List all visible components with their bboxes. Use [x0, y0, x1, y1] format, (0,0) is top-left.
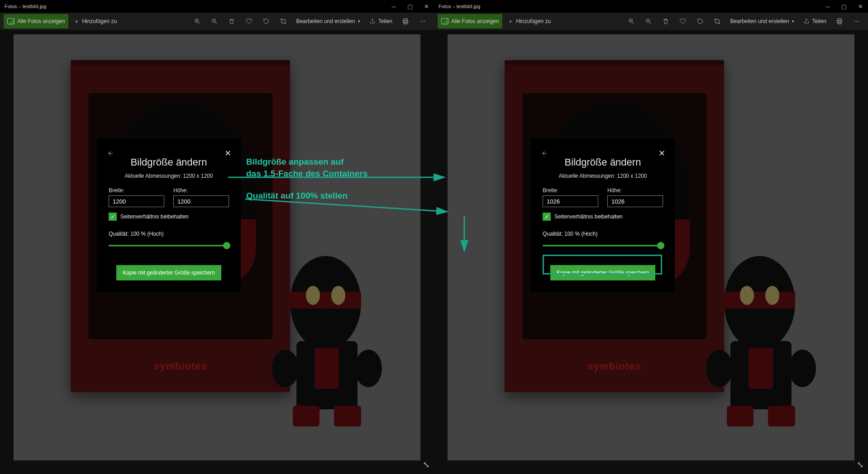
chevron-down-icon: ▾	[358, 19, 360, 24]
close-button[interactable]: ✕	[857, 3, 863, 10]
quality-label: Qualität: 100 % (Hoch)	[543, 231, 663, 237]
delete-button[interactable]	[658, 14, 673, 29]
toolbar-right: Alle Fotos anzeigen ＋ Hinzufügen zu Bear…	[434, 13, 868, 30]
share-label: Teilen	[378, 18, 392, 24]
share-label: Teilen	[812, 18, 826, 24]
resize-handle-icon[interactable]: ⤢	[855, 461, 865, 468]
delete-button[interactable]	[224, 14, 239, 29]
close-icon[interactable]: ✕	[221, 147, 234, 160]
photo-canvas-right: symbiotes ⤢ ✕ Bildgröße ändern Aktuelle …	[434, 30, 868, 474]
close-button[interactable]: ✕	[423, 3, 429, 10]
edit-create-label: Bearbeiten und erstellen	[730, 18, 789, 24]
height-label: Höhe:	[607, 187, 663, 194]
quality-label: Qualität: 100 % (Hoch)	[109, 231, 229, 237]
resize-dialog-right: ✕ Bildgröße ändern Aktuelle Abmessungen:…	[531, 138, 675, 292]
back-button[interactable]	[537, 147, 551, 160]
favorite-button[interactable]	[675, 14, 691, 29]
width-label: Breite:	[109, 187, 164, 194]
close-icon[interactable]: ✕	[655, 147, 668, 160]
all-photos-button[interactable]: Alle Fotos anzeigen	[4, 14, 68, 28]
dialog-title: Bildgröße ändern	[109, 156, 229, 168]
dialog-title: Bildgröße ändern	[543, 156, 663, 168]
add-to-label: Hinzufügen zu	[516, 18, 551, 24]
keep-aspect-checkbox[interactable]: ✓	[543, 213, 551, 221]
save-resized-copy-button[interactable]: Kopie mit geänderter Größe speichern	[550, 265, 655, 280]
photo-canvas-left: symbiotes ⤢ ✕ Bildgröße ändern Aktuelle …	[0, 30, 434, 474]
crop-button[interactable]	[710, 14, 725, 29]
minimize-button[interactable]: ─	[825, 3, 831, 10]
add-to-label: Hinzufügen zu	[82, 18, 117, 24]
ninja-figure-illustration	[700, 256, 822, 427]
height-input[interactable]	[173, 195, 229, 207]
share-button[interactable]: Teilen	[366, 14, 396, 28]
share-icon	[369, 18, 376, 24]
more-button[interactable]: ⋯	[849, 14, 864, 29]
svg-rect-7	[404, 19, 407, 20]
all-photos-label: Alle Fotos anzeigen	[451, 18, 499, 24]
keep-aspect-label: Seitenverhältnis beibehalten	[554, 213, 623, 220]
current-dimensions-label: Aktuelle Abmessungen: 1200 x 1200	[109, 173, 229, 179]
add-to-button[interactable]: ＋ Hinzufügen zu	[70, 14, 120, 28]
quality-slider[interactable]	[543, 241, 663, 251]
image-icon	[441, 18, 448, 24]
window-title: Fotos – testbild.jpg	[5, 4, 391, 9]
width-label: Breite:	[543, 187, 598, 194]
back-button[interactable]	[103, 147, 117, 160]
edit-create-button[interactable]: Bearbeiten und erstellen ▾	[727, 14, 798, 28]
share-icon	[803, 18, 810, 24]
print-button[interactable]	[832, 14, 847, 29]
width-input[interactable]	[543, 195, 598, 207]
titlebar-right: Fotos – testbild.jpg ─ ▢ ✕	[434, 0, 868, 13]
image-icon	[7, 18, 14, 24]
svg-line-11	[632, 22, 634, 24]
svg-line-15	[649, 22, 651, 24]
add-to-button[interactable]: ＋ Hinzufügen zu	[504, 14, 554, 28]
edit-create-button[interactable]: Bearbeiten und erstellen ▾	[293, 14, 364, 28]
all-photos-label: Alle Fotos anzeigen	[17, 18, 65, 24]
all-photos-button[interactable]: Alle Fotos anzeigen	[438, 14, 502, 28]
minimize-button[interactable]: ─	[391, 3, 397, 10]
resize-dialog-left: ✕ Bildgröße ändern Aktuelle Abmessungen:…	[97, 138, 241, 292]
photos-window-left: Fotos – testbild.jpg ─ ▢ ✕ Alle Fotos an…	[0, 0, 434, 474]
keep-aspect-label: Seitenverhältnis beibehalten	[120, 213, 189, 220]
toolbar-left: Alle Fotos anzeigen ＋ Hinzufügen zu Bear…	[0, 13, 434, 30]
edit-create-label: Bearbeiten und erstellen	[296, 18, 355, 24]
annotation-resize-text: Bildgröße anpassen auf das 1,5-Fache des…	[246, 156, 367, 179]
share-button[interactable]: Teilen	[800, 14, 830, 28]
rotate-button[interactable]	[258, 14, 274, 29]
chevron-down-icon: ▾	[792, 19, 794, 24]
box-brand-text: symbiotes	[71, 360, 290, 372]
window-title: Fotos – testbild.jpg	[439, 4, 825, 9]
zoom-out-button[interactable]	[641, 14, 656, 29]
quality-slider[interactable]	[109, 241, 229, 251]
titlebar-left: Fotos – testbild.jpg ─ ▢ ✕	[0, 0, 434, 13]
more-button[interactable]: ⋯	[415, 14, 430, 29]
zoom-in-button[interactable]	[190, 14, 205, 29]
save-resized-copy-button[interactable]: Kopie mit geänderter Größe speichern	[116, 265, 221, 280]
favorite-button[interactable]	[241, 14, 257, 29]
height-label: Höhe:	[173, 187, 229, 194]
photos-window-right: Fotos – testbild.jpg ─ ▢ ✕ Alle Fotos an…	[434, 0, 868, 474]
keep-aspect-checkbox[interactable]: ✓	[109, 213, 117, 221]
print-button[interactable]	[398, 14, 413, 29]
crop-button[interactable]	[276, 14, 291, 29]
maximize-button[interactable]: ▢	[407, 3, 413, 10]
ninja-figure-illustration	[266, 256, 388, 427]
current-dimensions-label: Aktuelle Abmessungen: 1200 x 1200	[543, 173, 663, 179]
svg-line-5	[215, 22, 217, 24]
svg-line-1	[198, 22, 200, 24]
annotation-quality-text: Qualität auf 100% stellen	[246, 190, 348, 202]
plus-icon: ＋	[508, 18, 513, 25]
zoom-out-button[interactable]	[207, 14, 222, 29]
height-input[interactable]	[607, 195, 663, 207]
maximize-button[interactable]: ▢	[841, 3, 847, 10]
width-input[interactable]	[109, 195, 164, 207]
box-brand-text: symbiotes	[505, 360, 724, 372]
zoom-in-button[interactable]	[624, 14, 639, 29]
resize-handle-icon[interactable]: ⤢	[421, 461, 431, 468]
plus-icon: ＋	[74, 18, 79, 25]
rotate-button[interactable]	[692, 14, 708, 29]
svg-rect-17	[838, 19, 841, 20]
